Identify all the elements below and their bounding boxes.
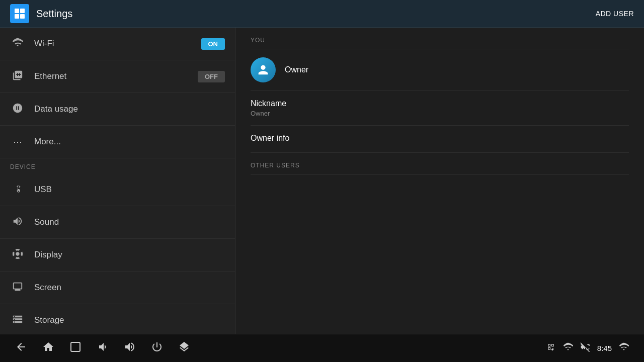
sidebar-item-screen[interactable]: Screen xyxy=(0,272,235,304)
nickname-row[interactable]: Nickname Owner xyxy=(251,91,629,126)
taskbar: 8:45 xyxy=(0,334,644,362)
usb-icon xyxy=(10,183,25,197)
storage-label: Storage xyxy=(34,315,64,325)
display-label: Display xyxy=(34,250,62,260)
sound-icon xyxy=(10,216,25,229)
sidebar-item-sound[interactable]: Sound xyxy=(0,206,235,239)
home-button[interactable] xyxy=(42,341,54,356)
svg-rect-2 xyxy=(15,14,19,19)
screen-label: Screen xyxy=(34,283,61,293)
layers-button[interactable] xyxy=(178,341,190,356)
nickname-value: Owner xyxy=(251,110,286,117)
wifi-status-icon xyxy=(619,342,629,355)
storage-icon xyxy=(10,314,25,327)
topbar: Settings ADD USER xyxy=(0,0,644,28)
settings-icon xyxy=(10,4,29,23)
owner-name: Owner xyxy=(285,65,308,74)
wifi-label: Wi-Fi xyxy=(34,39,54,49)
more-icon: ⋯ xyxy=(10,136,25,147)
clock: 8:45 xyxy=(597,344,612,352)
sidebar-item-display[interactable]: Display xyxy=(0,239,235,272)
sidebar-item-more[interactable]: ⋯ More... xyxy=(0,126,235,158)
wifi-toggle[interactable]: ON xyxy=(201,38,225,50)
back-button[interactable] xyxy=(15,341,27,356)
recents-button[interactable] xyxy=(69,341,82,356)
ethernet-toggle[interactable]: OFF xyxy=(198,71,225,82)
volume-down-button[interactable] xyxy=(97,341,109,356)
nickname-text-group: Nickname Owner xyxy=(251,99,286,117)
network-signal-icon xyxy=(580,342,590,355)
add-user-button[interactable]: ADD USER xyxy=(596,10,634,18)
taskbar-right: 8:45 xyxy=(546,342,629,355)
ethernet-label: Ethernet xyxy=(34,71,66,81)
other-users-section-label: OTHER USERS xyxy=(251,153,629,174)
avatar xyxy=(251,57,276,82)
content-area: YOU Owner Nickname Owner Owner info OTHE… xyxy=(235,28,644,334)
power-button[interactable] xyxy=(151,341,163,356)
svg-rect-3 xyxy=(20,14,25,19)
page-title: Settings xyxy=(36,8,596,20)
owner-info-label: Owner info xyxy=(251,134,289,143)
data-usage-icon xyxy=(10,103,25,116)
nickname-label: Nickname xyxy=(251,99,286,108)
data-usage-label: Data usage xyxy=(34,104,78,114)
device-section-label: DEVICE xyxy=(0,158,235,173)
sidebar-item-data-usage[interactable]: Data usage xyxy=(0,93,235,126)
main-layout: Wi-Fi ON Ethernet OFF Data usage ⋯ More.… xyxy=(0,28,644,334)
sidebar-item-ethernet[interactable]: Ethernet OFF xyxy=(0,60,235,93)
sidebar: Wi-Fi ON Ethernet OFF Data usage ⋯ More.… xyxy=(0,28,235,334)
sidebar-item-storage[interactable]: Storage xyxy=(0,304,235,334)
sidebar-item-usb[interactable]: USB xyxy=(0,173,235,206)
display-icon xyxy=(10,248,25,262)
sidebar-item-wifi[interactable]: Wi-Fi ON xyxy=(0,28,235,60)
owner-row[interactable]: Owner xyxy=(251,49,629,91)
you-section-label: YOU xyxy=(251,28,629,49)
taskbar-left xyxy=(15,341,546,356)
svg-rect-4 xyxy=(71,342,80,351)
owner-info-row[interactable]: Owner info xyxy=(251,126,629,153)
more-label: More... xyxy=(34,137,61,147)
ethernet-icon xyxy=(10,70,25,83)
svg-rect-1 xyxy=(20,9,25,13)
usb-label: USB xyxy=(34,185,52,195)
sound-label: Sound xyxy=(34,217,59,227)
svg-rect-0 xyxy=(15,9,19,13)
signal-icon xyxy=(563,342,573,355)
wifi-icon xyxy=(10,37,25,51)
screen-icon xyxy=(10,281,25,295)
volume-up-button[interactable] xyxy=(124,341,136,356)
screenshot-icon[interactable] xyxy=(546,342,556,355)
